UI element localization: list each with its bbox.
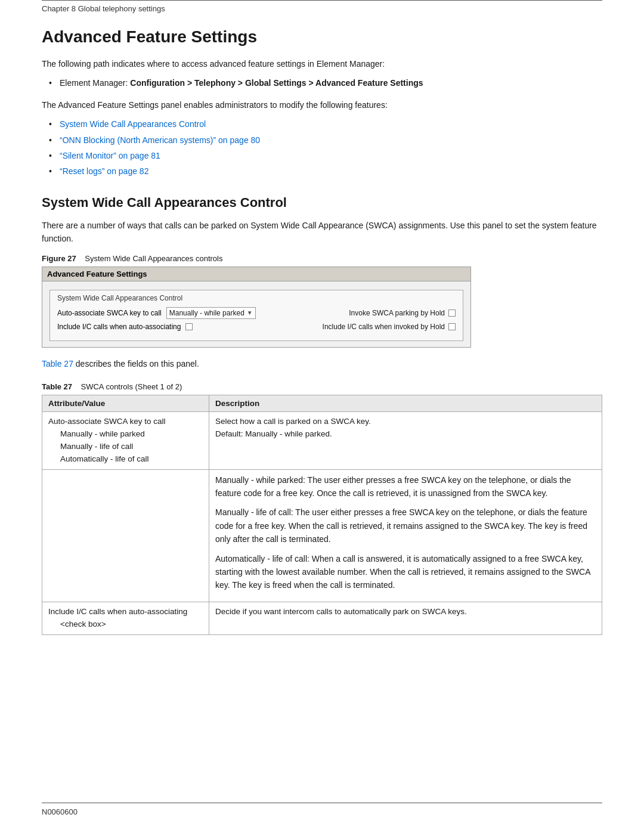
attr-ic-check: <check box> xyxy=(48,620,106,628)
ui-row-2: Include I/C calls when auto-associating … xyxy=(57,323,456,331)
attr-ic-calls: Include I/C calls when auto-associating xyxy=(48,607,187,616)
figure-caption: Figure 27 System Wide Call Appearances c… xyxy=(42,254,602,263)
page-container: Chapter 8 Global telephony settings Adva… xyxy=(0,0,644,833)
page-footer: N0060600 xyxy=(42,807,78,816)
feature-links-list: System Wide Call Appearances Control “ON… xyxy=(42,117,602,178)
table-cell-attr-2 xyxy=(42,469,209,602)
table-caption-label: Table 27 xyxy=(42,382,72,391)
ui-right-group-2: Include I/C calls when invoked by Hold xyxy=(323,323,456,331)
table-cell-desc-1: Select how a call is parked on a SWCA ke… xyxy=(209,411,602,469)
table-caption-text: SWCA controls (Sheet 1 of 2) xyxy=(81,382,182,391)
attr-sub-2: Manually - life of call xyxy=(48,442,133,451)
table-cell-attr-3: Include I/C calls when auto-associating … xyxy=(42,602,209,634)
second-paragraph: The Advanced Feature Settings panel enab… xyxy=(42,98,602,112)
feature-link-item-4[interactable]: “Reset logs” on page 82 xyxy=(60,165,602,178)
desc-ic-calls: Decide if you want intercom calls to aut… xyxy=(215,607,467,616)
feature-link-item-2[interactable]: “ONN Blocking (North American systems)” … xyxy=(60,134,602,147)
table-caption: Table 27 SWCA controls (Sheet 1 of 2) xyxy=(42,382,602,391)
swca-paragraph: There are a number of ways that calls ca… xyxy=(42,219,602,246)
figure-label: Figure 27 xyxy=(42,254,76,263)
table27-link[interactable]: Table 27 xyxy=(42,359,73,368)
attr-main: Auto-associate SWCA key to call xyxy=(48,417,166,426)
ui-row1-right-label: Invoke SWCA parking by Hold xyxy=(349,309,445,317)
advanced-feature-settings-title: Advanced Feature Settings xyxy=(42,27,602,47)
desc-paragraph-2: Manually - life of call: The user either… xyxy=(215,506,596,546)
attr-sub-1: Manually - while parked xyxy=(48,429,145,438)
ui-select-value: Manually - while parked xyxy=(169,309,244,317)
desc-paragraph-1: Manually - while parked: The user either… xyxy=(215,473,596,500)
page-header: Chapter 8 Global telephony settings xyxy=(42,4,602,13)
ui-panel-title: Advanced Feature Settings xyxy=(47,270,147,278)
bottom-rule xyxy=(42,803,602,803)
ui-checkbox-invoked-hold[interactable] xyxy=(448,323,456,330)
onn-link[interactable]: “ONN Blocking (North American systems)” … xyxy=(60,135,260,145)
ui-checkbox-auto-assoc[interactable] xyxy=(185,323,193,330)
path-bullet-item: Element Manager: Configuration > Telepho… xyxy=(60,76,602,89)
ui-panel-body: System Wide Call Appearances Control Aut… xyxy=(42,281,470,347)
ui-panel-titlebar: Advanced Feature Settings xyxy=(42,267,470,281)
intro-paragraph: The following path indicates where to ac… xyxy=(42,57,602,70)
ui-row1-label: Auto-associate SWCA key to call xyxy=(57,309,166,317)
table-row: Include I/C calls when auto-associating … xyxy=(42,602,602,634)
silent-monitor-link[interactable]: “Silent Monitor” on page 81 xyxy=(60,151,160,160)
ui-group-box: System Wide Call Appearances Control Aut… xyxy=(49,290,463,341)
table-ref-paragraph: Table 27 describes the fields on this pa… xyxy=(42,357,602,370)
ui-row2-label: Include I/C calls when auto-associating xyxy=(57,323,185,331)
path-prefix: Element Manager: xyxy=(60,78,130,88)
ui-checkbox-invoke-hold[interactable] xyxy=(448,309,456,317)
ui-right-group-1: Invoke SWCA parking by Hold xyxy=(349,309,456,317)
table-ref-suffix: describes the fields on this panel. xyxy=(73,359,199,368)
footer-code: N0060600 xyxy=(42,807,78,816)
table-cell-desc-3: Decide if you want intercom calls to aut… xyxy=(209,602,602,634)
attr-sub-3: Automatically - life of call xyxy=(48,454,149,463)
table-cell-attr-1: Auto-associate SWCA key to call Manually… xyxy=(42,411,209,469)
desc-sub-1: Default: Manually - while parked. xyxy=(215,429,332,438)
top-rule xyxy=(42,0,602,1)
table-row: Manually - while parked: The user either… xyxy=(42,469,602,602)
desc-main-1: Select how a call is parked on a SWCA ke… xyxy=(215,417,371,426)
path-bullet-list: Element Manager: Configuration > Telepho… xyxy=(42,76,602,89)
ui-group-box-title: System Wide Call Appearances Control xyxy=(57,294,456,302)
figure-caption-text: System Wide Call Appearances controls xyxy=(85,254,222,263)
dropdown-arrow-icon: ▼ xyxy=(247,309,253,316)
swca-link[interactable]: System Wide Call Appearances Control xyxy=(60,119,206,129)
swca-section-title: System Wide Call Appearances Control xyxy=(42,195,602,210)
table-header-row: Attribute/Value Description xyxy=(42,395,602,411)
page-header-text: Chapter 8 Global telephony settings xyxy=(42,4,165,13)
reset-logs-link[interactable]: “Reset logs” on page 82 xyxy=(60,166,148,176)
table-row: Auto-associate SWCA key to call Manually… xyxy=(42,411,602,469)
ui-panel: Advanced Feature Settings System Wide Ca… xyxy=(42,267,471,348)
ui-row-1: Auto-associate SWCA key to call Manually… xyxy=(57,307,456,319)
swca-table: Attribute/Value Description Auto-associa… xyxy=(42,395,602,635)
desc-paragraph-3: Automatically - life of call: When a cal… xyxy=(215,552,596,592)
ui-select-dropdown[interactable]: Manually - while parked ▼ xyxy=(166,307,256,319)
table-header-description: Description xyxy=(209,395,602,411)
table-header-attribute: Attribute/Value xyxy=(42,395,209,411)
feature-link-item-3[interactable]: “Silent Monitor” on page 81 xyxy=(60,149,602,162)
table-cell-desc-2: Manually - while parked: The user either… xyxy=(209,469,602,602)
feature-link-item-1[interactable]: System Wide Call Appearances Control xyxy=(60,117,602,131)
path-bold: Configuration > Telephony > Global Setti… xyxy=(130,78,423,88)
ui-row2-right-label: Include I/C calls when invoked by Hold xyxy=(323,323,445,331)
